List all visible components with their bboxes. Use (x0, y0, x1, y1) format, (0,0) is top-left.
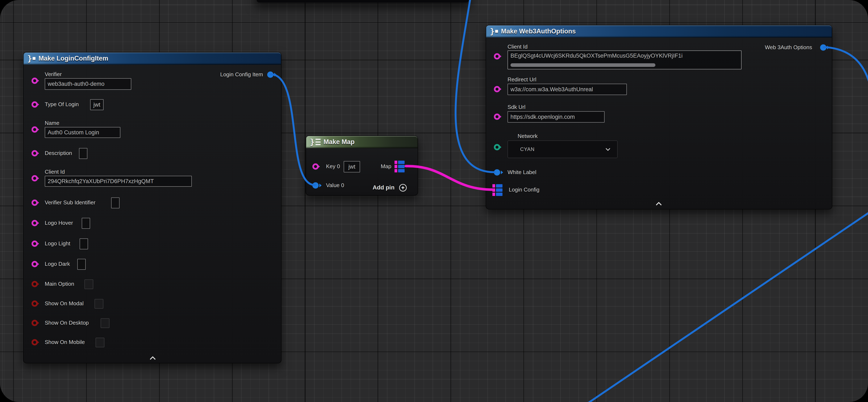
pin-label-redirect-url: Redirect Url (507, 76, 536, 83)
add-pin-label: Add pin (373, 184, 395, 191)
add-pin-icon[interactable] (399, 184, 407, 192)
pin-label-show-on-desktop: Show On Desktop (45, 320, 89, 326)
redirect-url-value: w3a://com.w3a.Web3AuthUnreal (510, 86, 593, 93)
pin-label-sdk-url: Sdk Url (507, 104, 525, 110)
pin-value-0[interactable] (312, 182, 319, 189)
pin-label-verifier-sub-identifier: Verifier Sub Identifier (45, 199, 95, 206)
pin-label-verifier: Verifier (45, 71, 62, 78)
pin-verifier-sub-identifier[interactable] (32, 200, 38, 206)
pin-label-client-id: Client Id (507, 44, 527, 50)
pin-label-login-config: Login Config (509, 186, 539, 193)
make-struct-icon (27, 54, 35, 62)
pin-label-client-id: Client Id (45, 169, 65, 175)
key-0-value: jwt (348, 164, 355, 170)
pin-name[interactable] (32, 126, 38, 133)
network-value: CYAN (520, 146, 535, 152)
pin-label-key-0: Key 0 (326, 163, 340, 170)
pin-network[interactable] (494, 144, 500, 150)
node-header[interactable]: Make Map (306, 136, 417, 148)
show-on-mobile-checkbox[interactable] (96, 338, 104, 347)
pin-label-logo-light: Logo Light (45, 240, 70, 247)
client-id-input[interactable]: BEglQSgt4cUWcj6SKRdu5QkOXTsePmMcusG5EAoy… (507, 51, 742, 69)
pin-label-type-of-login: Type Of Login (45, 101, 79, 108)
pin-client-id[interactable] (32, 175, 38, 181)
type-of-login-value: jwt (93, 102, 100, 108)
wire-map-to-loginconfig (406, 166, 493, 190)
verifier-input[interactable]: web3auth-auth0-demo (45, 78, 131, 90)
node-title: Make Map (323, 138, 354, 146)
pin-map-output[interactable] (395, 161, 405, 172)
pin-show-on-modal[interactable] (32, 300, 38, 307)
collapse-node-chevron-icon[interactable] (656, 202, 662, 208)
client-id-input[interactable]: 294QRkchfq2YaXUbPri7D6PH7xzHgQMT (45, 176, 192, 187)
wire-diagonal-segment (579, 211, 868, 402)
output-label-login-config-item: Login Config Item (220, 71, 263, 78)
description-input[interactable] (79, 148, 87, 159)
pin-type-of-login[interactable] (32, 101, 38, 108)
network-dropdown[interactable]: CYAN (507, 140, 618, 158)
pin-key-0[interactable] (312, 163, 319, 170)
name-input[interactable]: Auth0 Custom Login (45, 127, 120, 138)
offscreen-node-fragment (257, 0, 469, 2)
pin-show-on-desktop[interactable] (32, 320, 38, 326)
pin-label-network: Network (518, 133, 537, 139)
client-id-value: BEglQSgt4cUWcj6SKRdu5QkOXTsePmMcusG5EAoy… (510, 53, 683, 59)
pin-label-show-on-mobile: Show On Mobile (45, 339, 85, 345)
pin-main-option[interactable] (32, 281, 38, 287)
pin-white-label[interactable] (494, 169, 500, 176)
output-label-web3auth-options: Web 3Auth Options (765, 44, 812, 51)
chevron-down-icon (606, 146, 611, 151)
show-on-desktop-checkbox[interactable] (101, 318, 110, 328)
output-label-map: Map (381, 163, 391, 170)
node-title: Make LoginConfigItem (38, 55, 108, 62)
sdk-url-value: https://sdk.openlogin.com (510, 114, 575, 120)
pin-login-config[interactable] (492, 184, 502, 196)
name-value: Auth0 Custom Login (48, 129, 99, 136)
pin-sdk-url[interactable] (494, 114, 500, 120)
pin-label-logo-hover: Logo Hover (45, 220, 73, 226)
blueprint-graph-canvas[interactable]: Make LoginConfigItem Verifier web3auth-a… (0, 0, 868, 402)
sdk-url-input[interactable]: https://sdk.openlogin.com (507, 111, 604, 122)
redirect-url-input[interactable]: w3a://com.w3a.Web3AuthUnreal (507, 84, 627, 95)
pin-label-show-on-modal: Show On Modal (45, 300, 84, 307)
type-of-login-input[interactable]: jwt (90, 99, 103, 110)
pin-logo-light[interactable] (32, 240, 38, 247)
logo-hover-input[interactable] (82, 218, 90, 229)
pin-label-white-label: White Label (507, 169, 536, 176)
node-make-map[interactable]: Make Map Key 0 jwt Map Value 0 Add pin (306, 136, 418, 196)
pin-label-main-option: Main Option (45, 281, 74, 287)
pin-logo-dark[interactable] (32, 261, 38, 267)
node-title: Make Web3AuthOptions (501, 28, 576, 35)
verifier-value: web3auth-auth0-demo (48, 81, 104, 87)
make-map-icon (310, 138, 320, 146)
main-option-checkbox[interactable] (85, 280, 93, 289)
verifier-sub-identifier-input[interactable] (111, 197, 120, 208)
logo-dark-input[interactable] (77, 259, 86, 270)
node-make-loginconfigitem[interactable]: Make LoginConfigItem Verifier web3auth-a… (23, 52, 281, 363)
node-make-web3authoptions[interactable]: Make Web3AuthOptions Client Id BEglQSgt4… (486, 25, 832, 209)
pin-label-logo-dark: Logo Dark (45, 261, 70, 267)
make-struct-icon (490, 27, 498, 35)
pin-description[interactable] (32, 150, 38, 156)
pin-logo-hover[interactable] (32, 220, 38, 226)
pin-login-config-item-output[interactable] (267, 71, 274, 78)
pin-label-name: Name (45, 120, 59, 126)
pin-label-value-0: Value 0 (326, 182, 344, 189)
pin-show-on-mobile[interactable] (32, 339, 38, 345)
client-id-value: 294QRkchfq2YaXUbPri7D6PH7xzHgQMT (48, 178, 154, 184)
node-header[interactable]: Make Web3AuthOptions (486, 25, 832, 38)
collapse-node-chevron-icon[interactable] (150, 356, 156, 362)
pin-verifier[interactable] (32, 78, 38, 84)
client-id-scrollbar[interactable] (510, 63, 655, 67)
key-0-input[interactable]: jwt (344, 161, 360, 172)
pin-client-id[interactable] (494, 53, 500, 59)
pin-redirect-url[interactable] (494, 86, 500, 92)
show-on-modal-checkbox[interactable] (95, 299, 103, 309)
pin-label-description: Description (45, 150, 72, 156)
logo-light-input[interactable] (80, 238, 88, 249)
pin-web3auth-options-output[interactable] (820, 45, 827, 51)
node-header[interactable]: Make LoginConfigItem (24, 53, 281, 65)
